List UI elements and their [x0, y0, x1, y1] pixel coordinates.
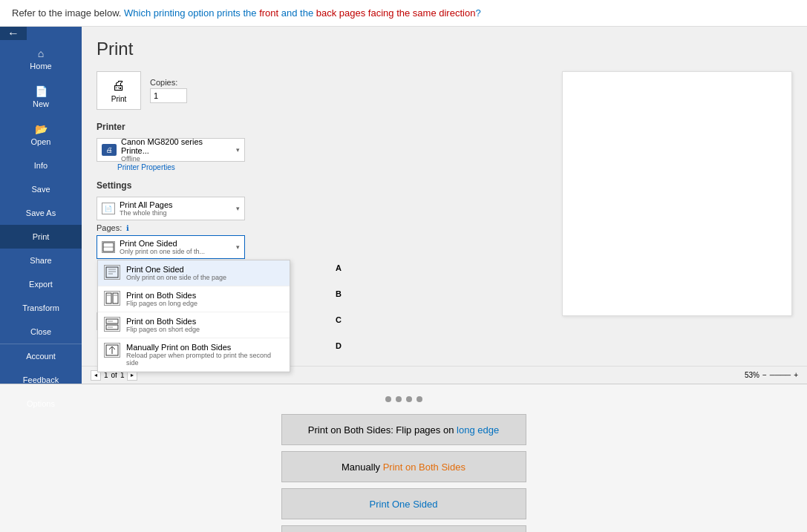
- print-button[interactable]: 🖨 Print: [97, 71, 141, 110]
- duplex-icon: [102, 241, 115, 253]
- printer-select[interactable]: 🖨 Canon MG8200 series Printe... Offline …: [97, 138, 245, 162]
- answer-3-text: Print One Sided: [370, 499, 438, 510]
- dot-3: [406, 396, 412, 402]
- answer-section: Print on Both Sides: Flip pages on long …: [0, 384, 807, 532]
- manual-icon: [104, 343, 120, 358]
- pages-dropdown-arrow: ▾: [236, 205, 240, 212]
- sidebar-item-share[interactable]: Share: [0, 249, 82, 272]
- zoom-slider[interactable]: ────: [770, 371, 791, 379]
- sidebar-item-info[interactable]: Info: [0, 154, 82, 177]
- sidebar-item-options[interactable]: Options: [0, 392, 82, 416]
- svg-rect-7: [113, 293, 118, 303]
- sidebar-item-label: Export: [29, 280, 53, 289]
- pages-label: Pages:: [97, 223, 122, 232]
- sidebar-item-label: Close: [30, 327, 51, 336]
- svg-rect-2: [106, 267, 118, 278]
- dot-2: [396, 396, 402, 402]
- print-all-pages-text: Print All Pages The whole thing: [120, 200, 232, 217]
- dropdown-item-one-sided-text: Print One Sided Only print on one side o…: [126, 265, 226, 281]
- zoom-level: 53%: [745, 371, 759, 379]
- sidebar-item-label: Account: [26, 352, 56, 361]
- sidebar-item-label: New: [33, 99, 49, 108]
- printer-dropdown-arrow: ▾: [236, 146, 240, 154]
- answer-1-text: Print on Both Sides: Flip pages on long …: [308, 424, 499, 436]
- long-edge-icon: [104, 291, 120, 306]
- word-layout: ← ⌂ Home 📄 New 📂 Open Info Save Save As …: [0, 27, 807, 384]
- dropdown-item-one-sided[interactable]: Print One Sided Only print on one side o…: [98, 260, 290, 286]
- zoom-plus[interactable]: +: [794, 371, 798, 379]
- answer-option-2[interactable]: Manually Print on Both Sides: [281, 451, 526, 482]
- sidebar-item-label: Save As: [26, 208, 56, 217]
- copies-label: Copies:: [150, 78, 187, 87]
- copies-section: Copies:: [150, 78, 187, 103]
- dropdown-item-long-edge-text: Print on Both Sides Flip pages on long e…: [126, 291, 197, 307]
- answer-option-4[interactable]: Print on Both Sides: Flip pages on short…: [281, 525, 526, 532]
- dropdown-item-long-edge[interactable]: Print on Both Sides Flip pages on long e…: [98, 286, 290, 312]
- pages-info-icon[interactable]: ℹ: [126, 224, 129, 232]
- sidebar-item-label: Open: [31, 137, 51, 146]
- printer-status: Offline: [121, 155, 232, 162]
- open-icon: 📂: [35, 123, 48, 135]
- sidebar-item-feedback[interactable]: Feedback: [0, 368, 82, 392]
- label-d: D: [336, 341, 342, 350]
- zoom-bar: 53% − ──── +: [745, 371, 798, 379]
- sidebar-item-label: Info: [34, 161, 48, 170]
- sidebar-item-open[interactable]: 📂 Open: [0, 116, 82, 154]
- sidebar-item-home[interactable]: ⌂ Home: [0, 40, 82, 78]
- sidebar-item-label: Home: [30, 62, 51, 70]
- one-sided-icon: [104, 265, 120, 280]
- sidebar-back-button[interactable]: ←: [0, 27, 27, 40]
- sidebar-item-account[interactable]: Account: [0, 344, 82, 368]
- dot-4: [416, 396, 422, 402]
- sidebar-item-new[interactable]: 📄 New: [0, 78, 82, 116]
- dropdown-item-manual-text: Manually Print on Both Sides Reload pape…: [126, 343, 284, 367]
- sidebar-item-close[interactable]: Close: [0, 320, 82, 344]
- label-c: C: [336, 315, 342, 324]
- home-icon: ⌂: [38, 47, 44, 59]
- printer-info: Canon MG8200 series Printe... Offline: [121, 137, 232, 162]
- printer-name: Canon MG8200 series Printe...: [121, 137, 232, 155]
- answer-option-3[interactable]: Print One Sided: [281, 488, 526, 519]
- pages-icon: 📄: [102, 203, 115, 214]
- sidebar-item-label: Print: [33, 232, 50, 241]
- print-button-label: Print: [111, 95, 127, 103]
- sidebar-item-transform[interactable]: Transform: [0, 296, 82, 320]
- answer-option-1[interactable]: Print on Both Sides: Flip pages on long …: [281, 414, 526, 445]
- duplex-dropdown-arrow: ▾: [236, 243, 240, 251]
- dropdown-item-short-edge-text: Print on Both Sides Flip pages on short …: [126, 317, 200, 333]
- printer-icon: 🖨: [112, 78, 125, 93]
- new-icon: 📄: [35, 85, 48, 97]
- sidebar-bottom: Account Feedback Options: [0, 344, 82, 416]
- sidebar-item-save[interactable]: Save: [0, 177, 82, 201]
- print-preview: [562, 71, 792, 316]
- svg-rect-6: [106, 293, 111, 303]
- question-text: Refer to the image below. Which printing…: [12, 7, 481, 19]
- duplex-select[interactable]: Print One Sided Only print on one side o…: [97, 235, 245, 259]
- question-highlight: Which printing option prints the front a…: [124, 7, 481, 19]
- print-title: Print: [97, 39, 792, 59]
- printer-device-icon: 🖨: [102, 144, 117, 156]
- label-b: B: [336, 289, 342, 298]
- duplex-dropdown-menu: Print One Sided Only print on one side o…: [97, 260, 290, 372]
- duplex-text: Print One Sided Only print on one side o…: [120, 239, 232, 255]
- sidebar-item-label: Save: [31, 185, 50, 194]
- sidebar: ← ⌂ Home 📄 New 📂 Open Info Save Save As …: [0, 27, 82, 384]
- sidebar-item-print[interactable]: Print: [0, 225, 82, 249]
- question-bar: Refer to the image below. Which printing…: [0, 0, 807, 27]
- sidebar-item-saveas[interactable]: Save As: [0, 201, 82, 225]
- print-all-pages-select[interactable]: 📄 Print All Pages The whole thing ▾: [97, 197, 245, 220]
- short-edge-icon: [104, 317, 120, 332]
- answer-2-text: Manually Print on Both Sides: [342, 462, 465, 473]
- label-a: A: [336, 263, 342, 272]
- sidebar-item-label: Feedback: [23, 375, 59, 384]
- dropdown-item-manual[interactable]: Manually Print on Both Sides Reload pape…: [98, 338, 290, 372]
- dots-row: [385, 396, 422, 402]
- copies-input[interactable]: [150, 88, 187, 103]
- sidebar-item-label: Share: [30, 256, 51, 265]
- zoom-minus[interactable]: −: [762, 371, 767, 379]
- dropdown-item-short-edge[interactable]: Print on Both Sides Flip pages on short …: [98, 312, 290, 338]
- sidebar-item-label: Transform: [22, 303, 59, 312]
- dot-1: [385, 396, 391, 402]
- sidebar-item-export[interactable]: Export: [0, 272, 82, 296]
- sidebar-item-label: Options: [27, 399, 55, 408]
